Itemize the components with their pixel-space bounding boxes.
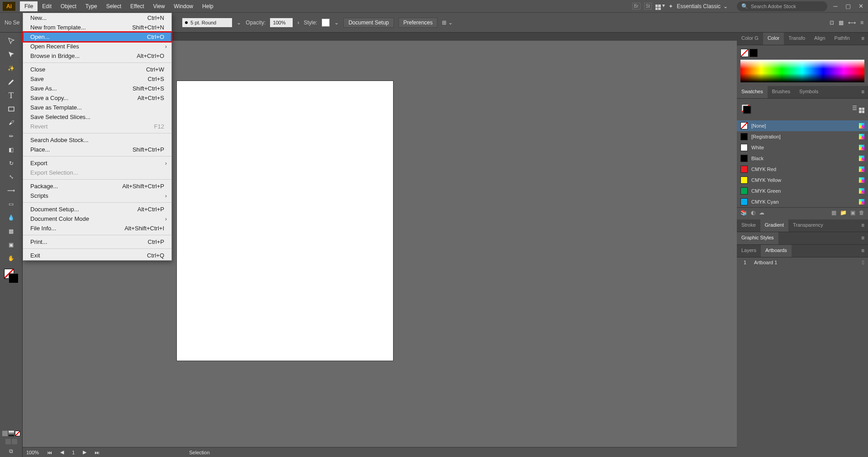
file-menu-save-a-copy-[interactable]: Save a Copy...Alt+Ctrl+S: [23, 93, 171, 103]
minimize-button[interactable]: ─: [831, 2, 840, 11]
type-tool[interactable]: T: [5, 90, 17, 101]
gpu-icon[interactable]: ✦: [669, 3, 673, 10]
brush-field[interactable]: 5 pt. Round: [182, 18, 232, 27]
menu-help[interactable]: Help: [198, 1, 218, 11]
artboard[interactable]: [176, 81, 394, 361]
eyedropper-tool[interactable]: 💧: [5, 212, 17, 224]
menu-effect[interactable]: Effect: [126, 1, 148, 11]
selection-tool[interactable]: [5, 35, 17, 47]
paintbrush-tool[interactable]: 🖌: [5, 117, 17, 129]
color-spectrum[interactable]: [740, 60, 864, 82]
opacity-arrow-icon[interactable]: ›: [297, 19, 299, 26]
file-menu-scripts[interactable]: Scripts: [23, 191, 171, 200]
menu-select[interactable]: Select: [102, 1, 126, 11]
file-menu-new-[interactable]: New...Ctrl+N: [23, 13, 171, 23]
file-menu-document-color-mode[interactable]: Document Color Mode: [23, 214, 171, 224]
file-menu-exit[interactable]: ExitCtrl+Q: [23, 251, 171, 260]
tab-transform[interactable]: Transfo: [784, 33, 810, 45]
workspace-selector[interactable]: Essentials Classic ⌄: [677, 3, 728, 10]
file-menu-search-adobe-stock-[interactable]: Search Adobe Stock...: [23, 135, 171, 145]
swatch-delete-icon[interactable]: 🗑: [859, 209, 864, 216]
width-tool[interactable]: ⟿: [5, 185, 17, 196]
screen-normal-icon[interactable]: [5, 439, 11, 444]
tab-align[interactable]: Align: [810, 33, 830, 45]
tab-gradient[interactable]: Gradient: [760, 219, 788, 232]
menu-type[interactable]: Type: [81, 1, 102, 11]
swatch-new-icon[interactable]: ▣: [850, 209, 855, 216]
grid-icon[interactable]: ▦: [839, 19, 844, 26]
brush-dropdown-icon[interactable]: ⌄: [237, 19, 241, 26]
maximize-button[interactable]: ▢: [844, 2, 853, 11]
file-menu-package-[interactable]: Package...Alt+Shift+Ctrl+P: [23, 181, 171, 191]
tab-symbols[interactable]: Symbols: [795, 86, 823, 98]
snap-icon[interactable]: ⊡: [830, 19, 834, 26]
tab-color[interactable]: Color: [763, 33, 784, 45]
tab-brushes[interactable]: Brushes: [768, 86, 795, 98]
swatch-row--none-[interactable]: [None]: [737, 120, 868, 131]
color-none-swatch[interactable]: [740, 49, 749, 57]
file-menu-file-info-[interactable]: File Info...Alt+Shift+Ctrl+I: [23, 224, 171, 233]
st-icon[interactable]: St: [644, 3, 652, 10]
swatch-row-black[interactable]: Black: [737, 153, 868, 164]
stroke-panel-menu-icon[interactable]: ≡: [858, 219, 868, 232]
swatch-row-white[interactable]: White: [737, 142, 868, 153]
color-mode-icon[interactable]: [2, 431, 8, 436]
gstyles-panel-menu-icon[interactable]: ≡: [858, 232, 868, 244]
none-mode-icon[interactable]: [15, 431, 20, 436]
scale-tool[interactable]: ⤡: [5, 171, 17, 183]
expand-icon[interactable]: ⟷: [848, 19, 856, 26]
rectangle-tool[interactable]: [5, 103, 17, 115]
file-menu-print-[interactable]: Print...Ctrl+P: [23, 237, 171, 247]
swatch-new-group-icon[interactable]: 📁: [840, 209, 847, 216]
file-menu-browse-in-bridge-[interactable]: Browse in Bridge...Alt+Ctrl+O: [23, 51, 171, 61]
tab-transparency[interactable]: Transparency: [788, 219, 828, 232]
tab-graphic-styles[interactable]: Graphic Styles: [737, 232, 778, 244]
swatch-row--registration-[interactable]: [Registration]: [737, 131, 868, 142]
swatch-cloud-icon[interactable]: ☁: [759, 209, 764, 216]
doc-setup-button[interactable]: Document Setup: [343, 18, 394, 28]
zoom-level[interactable]: 100%: [26, 450, 39, 455]
menu-file[interactable]: File: [20, 1, 38, 11]
swatch-group-icon[interactable]: ▦: [831, 209, 836, 216]
nav-page[interactable]: 1: [72, 450, 75, 455]
direct-selection-tool[interactable]: [5, 49, 17, 61]
swatch-row-cmyk-yellow[interactable]: CMYK Yellow: [737, 175, 868, 186]
hand-tool[interactable]: ✋: [5, 252, 17, 264]
rotate-tool[interactable]: ↻: [5, 157, 17, 169]
opacity-value[interactable]: 100%: [270, 18, 293, 27]
eraser-tool[interactable]: ◧: [5, 144, 17, 156]
pen-tool[interactable]: [5, 76, 17, 88]
file-menu-save[interactable]: SaveCtrl+S: [23, 74, 171, 84]
color-black-swatch[interactable]: [749, 49, 758, 57]
pencil-tool[interactable]: ✏: [5, 130, 17, 142]
file-menu-close[interactable]: CloseCtrl+W: [23, 65, 171, 74]
swatch-lib-icon[interactable]: 📚: [740, 209, 747, 216]
menu-view[interactable]: View: [149, 1, 170, 11]
swatch-fill-stroke[interactable]: [742, 105, 751, 114]
menu-window[interactable]: Window: [169, 1, 198, 11]
tab-artboards[interactable]: Artboards: [761, 245, 792, 257]
magic-wand-tool[interactable]: ✨: [5, 62, 17, 74]
tab-stroke[interactable]: Stroke: [737, 219, 760, 232]
screen-full-icon[interactable]: [12, 439, 17, 444]
free-transform-tool[interactable]: ▭: [5, 198, 17, 210]
style-swatch[interactable]: [322, 19, 330, 27]
swatches-panel-menu-icon[interactable]: ≡: [858, 86, 868, 98]
layers-panel-menu-icon[interactable]: ≡: [858, 245, 868, 257]
file-menu-save-as-template-[interactable]: Save as Template...: [23, 103, 171, 112]
file-menu-open-[interactable]: Open...Ctrl+O: [23, 32, 171, 42]
br-icon[interactable]: Br: [632, 3, 640, 10]
nav-last-icon[interactable]: ⏭: [95, 450, 100, 455]
artboard-tool[interactable]: ▣: [5, 239, 17, 251]
file-menu-place-[interactable]: Place...Shift+Ctrl+P: [23, 145, 171, 154]
nav-first-icon[interactable]: ⏮: [47, 450, 52, 455]
file-menu-export[interactable]: Export: [23, 158, 171, 168]
file-menu-save-as-[interactable]: Save As...Shift+Ctrl+S: [23, 84, 171, 93]
nav-prev-icon[interactable]: ◀: [60, 449, 64, 455]
file-menu-open-recent-files[interactable]: Open Recent Files: [23, 42, 171, 51]
swatch-row-cmyk-green[interactable]: CMYK Green: [737, 186, 868, 196]
preferences-button[interactable]: Preferences: [398, 18, 438, 28]
gradient-mode-icon[interactable]: [9, 431, 14, 436]
color-panel-menu-icon[interactable]: ≡: [858, 33, 868, 45]
artboard-row[interactable]: 1 Artboard 1 ▯: [737, 257, 868, 267]
